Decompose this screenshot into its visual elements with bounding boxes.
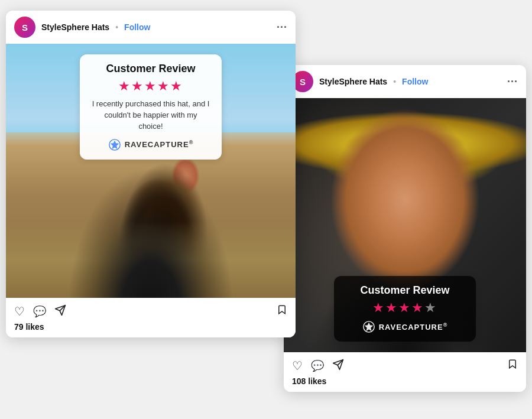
card1-header: S StyleSphere Hats • Follow ···	[6, 11, 296, 44]
card2-like-icon[interactable]: ♡	[292, 359, 303, 373]
card1-avatar: S	[14, 17, 35, 38]
card2-brand-logo: RAVECAPTURE®	[346, 320, 464, 333]
card1-ravecapture-icon	[108, 138, 121, 151]
post-card-1: S StyleSphere Hats • Follow ··· Customer…	[6, 11, 296, 337]
card2-username: StyleSphere Hats	[319, 77, 387, 86]
card2-share-icon[interactable]	[332, 359, 344, 373]
card1-review-title: Customer Review	[92, 63, 210, 75]
card2-brand-name: RAVECAPTURE®	[379, 322, 448, 332]
card2-stars: ★★★★★	[346, 300, 464, 316]
card1-share-icon[interactable]	[54, 304, 66, 319]
card1-follow-button[interactable]: Follow	[124, 22, 150, 32]
card1-brand-name: RAVECAPTURE®	[125, 139, 194, 149]
card2-more-icon: ···	[507, 76, 518, 87]
card2-header: S StyleSphere Hats • Follow ···	[284, 65, 526, 98]
card1-review-text: I recently purchased this hat, and I cou…	[92, 99, 210, 132]
card1-likes: 79 likes	[14, 322, 287, 332]
card2-actions: ♡ 💬	[292, 358, 518, 373]
card1-username: StyleSphere Hats	[41, 22, 109, 32]
card2-footer: ♡ 💬 108 likes	[284, 352, 526, 392]
card1-footer: ♡ 💬 79 likes	[6, 298, 296, 337]
card1-more-icon: ···	[277, 21, 287, 33]
card1-dot: •	[115, 22, 118, 32]
card2-more[interactable]: ···	[507, 76, 518, 88]
svg-marker-5	[364, 323, 373, 332]
card2-dot: •	[393, 77, 396, 86]
scene: S StyleSphere Hats • Follow ··· Customer…	[0, 0, 532, 419]
card1-bookmark-icon[interactable]	[277, 304, 287, 319]
card2-likes: 108 likes	[292, 376, 518, 386]
card1-stars: ★★★★★	[92, 79, 210, 94]
card1-comment-icon[interactable]: 💬	[33, 305, 46, 318]
card2-review-title: Customer Review	[346, 284, 464, 297]
card2-ravecapture-icon	[362, 320, 375, 333]
card2-bookmark-icon[interactable]	[507, 358, 518, 373]
card2-image: Customer Review ★★★★★ RAVECAPTURE®	[284, 98, 526, 352]
card2-comment-icon[interactable]: 💬	[311, 359, 324, 372]
card1-review-overlay: Customer Review ★★★★★ I recently purchas…	[80, 54, 222, 160]
card2-follow-button[interactable]: Follow	[402, 77, 428, 86]
card2-review-overlay: Customer Review ★★★★★ RAVECAPTURE®	[334, 276, 476, 342]
svg-marker-1	[110, 140, 119, 149]
post-card-2: S StyleSphere Hats • Follow ··· Customer…	[284, 65, 526, 392]
card1-brand-logo: RAVECAPTURE®	[92, 138, 210, 151]
card1-like-icon[interactable]: ♡	[14, 304, 25, 319]
card1-actions: ♡ 💬	[14, 304, 287, 319]
card1-image: Customer Review ★★★★★ I recently purchas…	[6, 44, 296, 298]
card1-more[interactable]: ···	[277, 21, 287, 34]
